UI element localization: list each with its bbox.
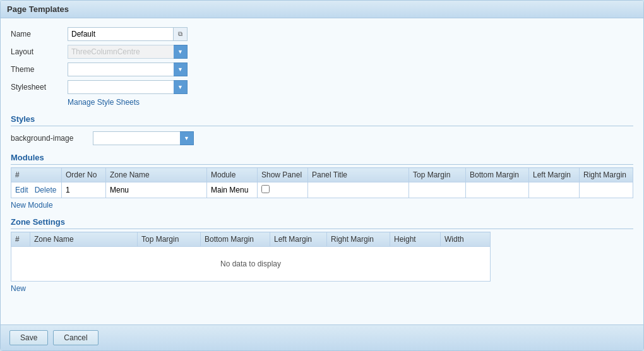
col-bottom-margin: Bottom Margin [466,168,529,182]
row-actions: Edit Delete [11,182,62,198]
styles-section: Styles background-image ▼ [11,114,633,145]
zone-col-hash: # [11,232,30,247]
table-row: Edit Delete 1 Menu Main Menu [11,182,633,198]
theme-select[interactable] [68,62,188,76]
show-panel-checkbox[interactable] [261,185,270,193]
col-zone-name: Zone Name [106,168,207,182]
stylesheet-row: Stylesheet ▼ [11,80,633,94]
layout-select-container: ThreeColumnCentre ▼ [68,45,188,59]
stylesheet-label: Stylesheet [11,83,68,92]
no-data-cell: No data to display [11,247,491,282]
row-bottom-margin [466,182,529,198]
copy-icon[interactable]: ⧉ [174,27,188,41]
name-input-group: ⧉ [68,27,188,41]
bg-image-select-container: ▼ [93,131,194,145]
col-panel-title: Panel Title [308,168,409,182]
cancel-button[interactable]: Cancel [53,330,98,345]
content-area: Name ⧉ Layout ThreeColumnCentre ▼ Theme [1,18,643,324]
zone-col-left-margin: Left Margin [270,232,327,247]
col-order-no: Order No [62,168,106,182]
footer-bar: Save Cancel [1,324,643,350]
col-left-margin: Left Margin [529,168,580,182]
row-panel-title [308,182,409,198]
layout-select[interactable]: ThreeColumnCentre [68,45,188,59]
col-hash: # [11,168,62,182]
modules-header-row: # Order No Zone Name Module Show Panel P… [11,168,633,182]
name-row: Name ⧉ [11,27,633,41]
row-show-panel [258,182,308,198]
row-order-no: 1 [62,182,106,198]
row-right-margin [580,182,633,198]
zone-settings-header-row: # Zone Name Top Margin Bottom Margin Lef… [11,232,491,247]
col-module: Module [207,168,258,182]
row-zone-name: Menu [106,182,207,198]
modules-header: Modules [11,153,633,165]
col-right-margin: Right Margin [580,168,633,182]
zone-col-width: Width [441,232,491,247]
zone-col-top-margin: Top Margin [138,232,201,247]
col-top-margin: Top Margin [409,168,466,182]
page-container: Page Templates Name ⧉ Layout ThreeColumn… [0,0,644,351]
zone-settings-header: Zone Settings [11,217,633,229]
bg-image-row: background-image ▼ [11,131,633,145]
modules-section: Modules # Order No Zone Name Module Show… [11,153,633,210]
theme-label: Theme [11,65,68,74]
new-module-link[interactable]: New Module [11,201,53,210]
theme-row: Theme ▼ [11,62,633,76]
stylesheet-select-container: ▼ [68,80,188,94]
styles-header: Styles [11,114,633,126]
zone-settings-table: # Zone Name Top Margin Bottom Margin Lef… [11,232,491,282]
modules-table: # Order No Zone Name Module Show Panel P… [11,167,633,198]
zone-col-zone-name: Zone Name [30,232,138,247]
bg-image-label: background-image [11,134,93,143]
save-button[interactable]: Save [9,330,48,345]
row-left-margin [529,182,580,198]
zone-col-bottom-margin: Bottom Margin [201,232,270,247]
edit-link[interactable]: Edit [15,186,28,194]
manage-stylesheets-link[interactable]: Manage Style Sheets [68,98,633,107]
bg-image-select[interactable] [93,131,194,145]
zone-col-height: Height [390,232,441,247]
row-module: Main Menu [207,182,258,198]
theme-select-container: ▼ [68,62,188,76]
col-show-panel: Show Panel [258,168,308,182]
new-link[interactable]: New [11,284,26,293]
name-label: Name [11,30,68,39]
zone-col-right-margin: Right Margin [327,232,390,247]
no-data-row: No data to display [11,247,491,282]
stylesheet-select[interactable] [68,80,188,94]
row-top-margin [409,182,466,198]
name-input[interactable] [68,27,174,41]
form-section: Name ⧉ Layout ThreeColumnCentre ▼ Theme [11,27,633,107]
layout-row: Layout ThreeColumnCentre ▼ [11,45,633,59]
zone-settings-section: Zone Settings # Zone Name Top Margin Bot… [11,217,633,293]
panel-title: Page Templates [1,1,643,18]
layout-label: Layout [11,47,68,56]
delete-link[interactable]: Delete [35,186,57,194]
